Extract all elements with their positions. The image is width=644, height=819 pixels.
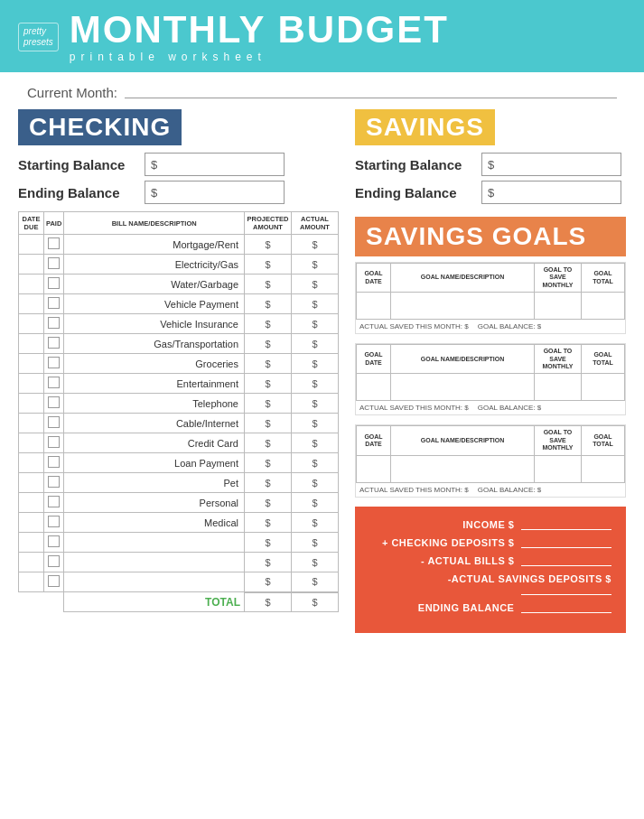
checkbox-icon[interactable] bbox=[48, 297, 60, 309]
bill-name-cell: Electricity/Gas bbox=[64, 255, 245, 275]
paid-checkbox-cell[interactable] bbox=[44, 314, 64, 334]
actual-amount-cell[interactable]: $ bbox=[292, 433, 339, 453]
projected-amount-cell[interactable]: $ bbox=[245, 433, 292, 453]
checkbox-icon[interactable] bbox=[48, 456, 60, 468]
projected-amount-cell[interactable]: $ bbox=[245, 453, 292, 473]
checkbox-icon[interactable] bbox=[48, 535, 60, 547]
actual-amount-cell[interactable]: $ bbox=[292, 533, 339, 553]
projected-amount-cell[interactable]: $ bbox=[245, 294, 292, 314]
checkbox-icon[interactable] bbox=[48, 317, 60, 329]
paid-checkbox-cell[interactable] bbox=[44, 394, 64, 414]
date-due-cell[interactable] bbox=[19, 553, 44, 572]
actual-amount-cell[interactable]: $ bbox=[292, 493, 339, 513]
projected-amount-cell[interactable]: $ bbox=[245, 354, 292, 374]
total-projected[interactable]: $ bbox=[245, 592, 292, 612]
date-due-cell[interactable] bbox=[19, 255, 44, 275]
paid-checkbox-cell[interactable] bbox=[44, 334, 64, 354]
actual-amount-cell[interactable]: $ bbox=[292, 235, 339, 255]
total-actual[interactable]: $ bbox=[292, 592, 339, 612]
date-due-cell[interactable] bbox=[19, 394, 44, 414]
actual-amount-cell[interactable]: $ bbox=[292, 453, 339, 473]
checkbox-icon[interactable] bbox=[48, 555, 60, 567]
actual-amount-cell[interactable]: $ bbox=[292, 354, 339, 374]
checkbox-icon[interactable] bbox=[48, 237, 60, 249]
paid-checkbox-cell[interactable] bbox=[44, 572, 64, 592]
actual-amount-cell[interactable]: $ bbox=[292, 513, 339, 533]
actual-amount-cell[interactable]: $ bbox=[292, 374, 339, 394]
paid-checkbox-cell[interactable] bbox=[44, 255, 64, 275]
projected-amount-cell[interactable]: $ bbox=[245, 314, 292, 334]
projected-amount-cell[interactable]: $ bbox=[245, 473, 292, 493]
paid-checkbox-cell[interactable] bbox=[44, 473, 64, 493]
checkbox-icon[interactable] bbox=[48, 337, 60, 349]
date-due-cell[interactable] bbox=[19, 354, 44, 374]
checkbox-icon[interactable] bbox=[48, 377, 60, 388]
checkbox-icon[interactable] bbox=[48, 277, 60, 289]
checkbox-icon[interactable] bbox=[48, 496, 60, 507]
projected-amount-cell[interactable]: $ bbox=[245, 255, 292, 275]
date-due-cell[interactable] bbox=[19, 414, 44, 433]
paid-checkbox-cell[interactable] bbox=[44, 553, 64, 572]
projected-amount-cell[interactable]: $ bbox=[245, 394, 292, 414]
paid-checkbox-cell[interactable] bbox=[44, 235, 64, 255]
date-due-cell[interactable] bbox=[19, 334, 44, 354]
checking-title: CHECKING bbox=[18, 109, 182, 145]
actual-amount-cell[interactable]: $ bbox=[292, 275, 339, 294]
paid-checkbox-cell[interactable] bbox=[44, 513, 64, 533]
checkbox-icon[interactable] bbox=[48, 257, 60, 269]
projected-amount-cell[interactable]: $ bbox=[245, 414, 292, 433]
actual-amount-cell[interactable]: $ bbox=[292, 394, 339, 414]
projected-amount-cell[interactable]: $ bbox=[245, 493, 292, 513]
projected-amount-cell[interactable]: $ bbox=[245, 275, 292, 294]
actual-amount-cell[interactable]: $ bbox=[292, 553, 339, 572]
paid-checkbox-cell[interactable] bbox=[44, 374, 64, 394]
date-due-cell[interactable] bbox=[19, 314, 44, 334]
actual-amount-cell[interactable]: $ bbox=[292, 255, 339, 275]
date-due-cell[interactable] bbox=[19, 433, 44, 453]
col-actual: ACTUAL AMOUNT bbox=[292, 212, 339, 235]
actual-amount-cell[interactable]: $ bbox=[292, 473, 339, 493]
date-due-cell[interactable] bbox=[19, 294, 44, 314]
date-due-cell[interactable] bbox=[19, 533, 44, 553]
actual-amount-cell[interactable]: $ bbox=[292, 334, 339, 354]
projected-amount-cell[interactable]: $ bbox=[245, 572, 292, 592]
date-due-cell[interactable] bbox=[19, 572, 44, 592]
projected-amount-cell[interactable]: $ bbox=[245, 533, 292, 553]
actual-amount-cell[interactable]: $ bbox=[292, 314, 339, 334]
date-due-cell[interactable] bbox=[19, 453, 44, 473]
bill-row: $$ bbox=[19, 533, 339, 553]
paid-checkbox-cell[interactable] bbox=[44, 294, 64, 314]
actual-amount-cell[interactable]: $ bbox=[292, 294, 339, 314]
checkbox-icon[interactable] bbox=[48, 516, 60, 527]
paid-checkbox-cell[interactable] bbox=[44, 275, 64, 294]
paid-checkbox-cell[interactable] bbox=[44, 414, 64, 433]
paid-checkbox-cell[interactable] bbox=[44, 354, 64, 374]
projected-amount-cell[interactable]: $ bbox=[245, 553, 292, 572]
projected-amount-cell[interactable]: $ bbox=[245, 513, 292, 533]
checking-ending-balance-input[interactable]: $ bbox=[145, 181, 285, 204]
date-due-cell[interactable] bbox=[19, 493, 44, 513]
date-due-cell[interactable] bbox=[19, 235, 44, 255]
projected-amount-cell[interactable]: $ bbox=[245, 334, 292, 354]
checkbox-icon[interactable] bbox=[48, 416, 60, 428]
checking-starting-balance-input[interactable]: $ bbox=[145, 153, 285, 176]
paid-checkbox-cell[interactable] bbox=[44, 533, 64, 553]
paid-checkbox-cell[interactable] bbox=[44, 433, 64, 453]
actual-amount-cell[interactable]: $ bbox=[292, 414, 339, 433]
projected-amount-cell[interactable]: $ bbox=[245, 374, 292, 394]
checkbox-icon[interactable] bbox=[48, 575, 60, 587]
paid-checkbox-cell[interactable] bbox=[44, 493, 64, 513]
checkbox-icon[interactable] bbox=[48, 436, 60, 448]
checkbox-icon[interactable] bbox=[48, 476, 60, 488]
date-due-cell[interactable] bbox=[19, 473, 44, 493]
checkbox-icon[interactable] bbox=[48, 357, 60, 368]
date-due-cell[interactable] bbox=[19, 275, 44, 294]
projected-amount-cell[interactable]: $ bbox=[245, 235, 292, 255]
date-due-cell[interactable] bbox=[19, 374, 44, 394]
actual-amount-cell[interactable]: $ bbox=[292, 572, 339, 592]
savings-starting-input[interactable]: $ bbox=[481, 153, 621, 176]
checkbox-icon[interactable] bbox=[48, 396, 60, 408]
paid-checkbox-cell[interactable] bbox=[44, 453, 64, 473]
savings-ending-input[interactable]: $ bbox=[481, 181, 621, 204]
date-due-cell[interactable] bbox=[19, 513, 44, 533]
